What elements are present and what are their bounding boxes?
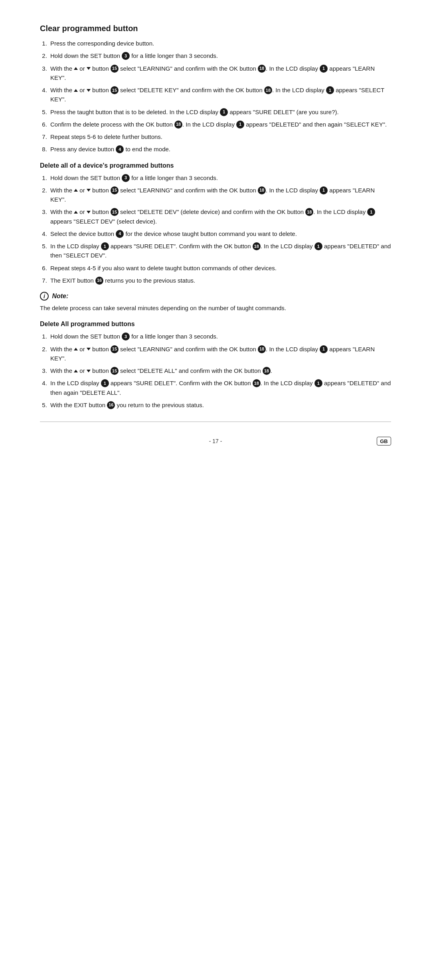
list-item: Press any device button 4 to end the mod… bbox=[49, 145, 391, 154]
list-item: Hold down the SET button 3 for a little … bbox=[49, 51, 391, 60]
badge-18: 18 bbox=[263, 367, 271, 375]
badge-1: 1 bbox=[220, 108, 228, 116]
badge-15: 15 bbox=[111, 186, 119, 194]
badge-1: 1 bbox=[101, 379, 109, 387]
list-item: Select the device button 4 for the devic… bbox=[49, 229, 391, 238]
list-delete-device: Hold down the SET button 3 for a little … bbox=[49, 173, 391, 285]
badge-15: 15 bbox=[111, 208, 119, 216]
list-item: With the or button 15 select "DELETE ALL… bbox=[49, 366, 391, 375]
badge-3: 3 bbox=[122, 174, 130, 182]
arrow-up-icon bbox=[74, 89, 78, 92]
badge-15: 15 bbox=[111, 345, 119, 353]
badge-3: 3 bbox=[122, 333, 130, 341]
badge-4: 4 bbox=[116, 145, 124, 153]
arrow-down-icon bbox=[87, 67, 91, 70]
list-item: Hold down the SET button 3 for a little … bbox=[49, 173, 391, 182]
arrow-down-icon bbox=[87, 370, 91, 372]
arrow-down-icon bbox=[87, 89, 91, 92]
note-block: i Note: The delete process can take seve… bbox=[40, 292, 391, 313]
badge-18: 18 bbox=[253, 242, 261, 250]
page-content: Clear programmed button Press the corres… bbox=[40, 24, 391, 444]
badge-1: 1 bbox=[236, 121, 244, 129]
note-label: Note: bbox=[52, 293, 68, 299]
list-item: The EXIT button 16 returns you to the pr… bbox=[49, 276, 391, 285]
arrow-up-icon bbox=[74, 370, 78, 372]
arrow-up-icon bbox=[74, 348, 78, 350]
badge-18: 18 bbox=[305, 208, 313, 216]
section-title-delete-all: Delete All programmed buttons bbox=[40, 321, 391, 328]
badge-15: 15 bbox=[111, 65, 119, 73]
list-item: With the or button 15 select "LEARNING" … bbox=[49, 186, 391, 204]
list-item: Press the corresponding device button. bbox=[49, 39, 391, 48]
badge-18: 18 bbox=[253, 379, 261, 387]
arrow-up-icon bbox=[74, 211, 78, 214]
list-item: With the or button 15 select "LEARNING" … bbox=[49, 344, 391, 363]
badge-3: 3 bbox=[122, 52, 130, 60]
badge-18: 18 bbox=[258, 345, 266, 353]
list-item: With the or button 15 select "DELETE DEV… bbox=[49, 207, 391, 226]
list-item: In the LCD display 1 appears "SURE DELET… bbox=[49, 378, 391, 397]
note-title: i Note: bbox=[40, 292, 391, 301]
badge-18: 18 bbox=[264, 86, 272, 94]
list-item: Hold down the SET button 3 for a little … bbox=[49, 332, 391, 341]
list-item: With the or button 15 select "DELETE KEY… bbox=[49, 85, 391, 104]
info-icon: i bbox=[40, 292, 49, 301]
badge-18: 18 bbox=[174, 121, 182, 129]
arrow-up-icon bbox=[74, 189, 78, 192]
list-item: Repeat steps 5-6 to delete further butto… bbox=[49, 132, 391, 141]
badge-1: 1 bbox=[101, 242, 109, 250]
badge-16: 16 bbox=[107, 401, 115, 409]
list-item: Repeat steps 4-5 if you also want to del… bbox=[49, 263, 391, 273]
note-text: The delete process can take several minu… bbox=[40, 303, 391, 313]
badge-1: 1 bbox=[320, 186, 328, 194]
badge-1: 1 bbox=[314, 379, 322, 387]
country-badge: GB bbox=[377, 437, 391, 445]
page-footer: - 17 - GB bbox=[40, 438, 391, 444]
badge-18: 18 bbox=[258, 65, 266, 73]
footer-divider bbox=[40, 422, 391, 422]
badge-15: 15 bbox=[111, 367, 119, 375]
list-item: In the LCD display 1 appears "SURE DELET… bbox=[49, 242, 391, 260]
badge-16: 16 bbox=[95, 277, 103, 285]
badge-4: 4 bbox=[116, 230, 124, 238]
list-item: With the EXIT button 16 you return to th… bbox=[49, 400, 391, 410]
badge-15: 15 bbox=[111, 86, 119, 94]
list-delete-all: Hold down the SET button 3 for a little … bbox=[49, 332, 391, 410]
badge-18: 18 bbox=[258, 186, 266, 194]
arrow-down-icon bbox=[87, 189, 91, 192]
section-title-clear: Clear programmed button bbox=[40, 24, 391, 33]
badge-1: 1 bbox=[326, 86, 334, 94]
list-clear-programmed: Press the corresponding device button. H… bbox=[49, 39, 391, 154]
page-number: - 17 - bbox=[209, 438, 222, 444]
list-item: With the or button 15 select "LEARNING" … bbox=[49, 64, 391, 83]
section-title-delete-device: Delete all of a device's programmed butt… bbox=[40, 162, 391, 169]
badge-1: 1 bbox=[320, 345, 328, 353]
arrow-down-icon bbox=[87, 211, 91, 214]
arrow-up-icon bbox=[74, 67, 78, 70]
badge-1: 1 bbox=[314, 242, 322, 250]
list-item: Press the taught button that is to be de… bbox=[49, 107, 391, 117]
list-item: Confirm the delete process with the OK b… bbox=[49, 120, 391, 129]
badge-1: 1 bbox=[320, 65, 328, 73]
arrow-down-icon bbox=[87, 348, 91, 350]
badge-1: 1 bbox=[367, 208, 375, 216]
